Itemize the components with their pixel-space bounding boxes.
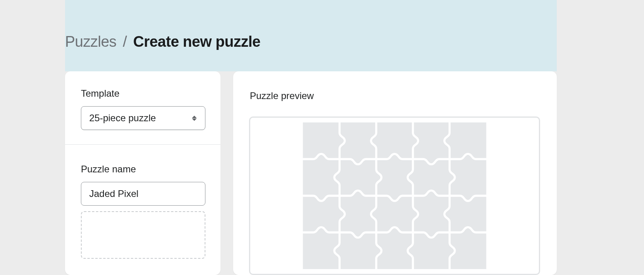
breadcrumb-separator: / bbox=[123, 33, 127, 50]
puzzle-preview-frame bbox=[249, 116, 540, 275]
template-select[interactable]: 25-piece puzzle bbox=[81, 106, 205, 130]
puzzle-preview-icon bbox=[255, 122, 534, 269]
form-card: Template 25-piece puzzle Puzzle name bbox=[65, 71, 220, 275]
template-label: Template bbox=[81, 88, 205, 99]
preview-title: Puzzle preview bbox=[250, 90, 314, 101]
template-select-value[interactable]: 25-piece puzzle bbox=[81, 106, 205, 130]
puzzle-name-input[interactable] bbox=[81, 182, 205, 206]
breadcrumb-root[interactable]: Puzzles bbox=[65, 33, 117, 50]
breadcrumb: Puzzles / Create new puzzle bbox=[65, 33, 261, 50]
preview-card: Puzzle preview bbox=[233, 71, 557, 275]
name-section: Puzzle name bbox=[65, 145, 220, 206]
puzzle-name-label: Puzzle name bbox=[81, 164, 205, 175]
image-dropzone[interactable] bbox=[81, 211, 205, 259]
breadcrumb-current: Create new puzzle bbox=[133, 33, 261, 50]
template-section: Template 25-piece puzzle bbox=[65, 71, 220, 144]
